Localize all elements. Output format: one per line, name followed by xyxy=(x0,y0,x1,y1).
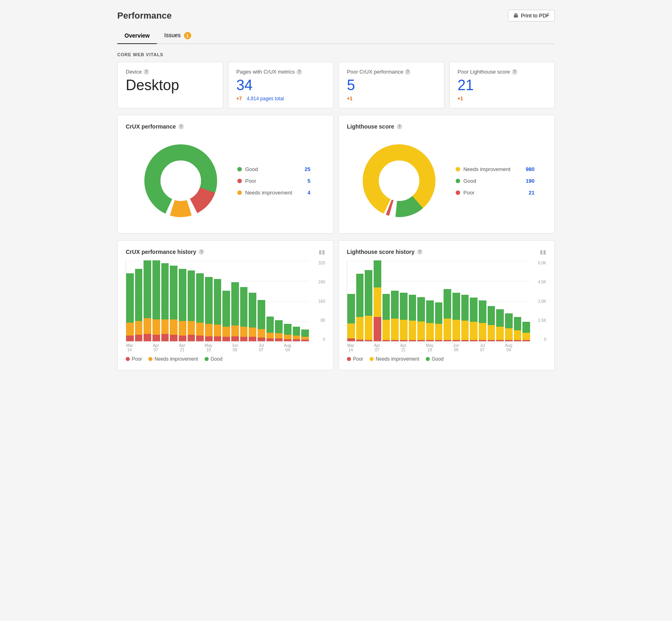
bar-group[interactable] xyxy=(161,263,169,341)
bar-segment-poor xyxy=(293,339,300,341)
print-to-pdf-button[interactable]: 🖶 Print to PDF xyxy=(508,10,555,21)
bar-group[interactable] xyxy=(505,313,513,341)
tab-overview[interactable]: Overview xyxy=(117,28,157,44)
bar-segment-needs xyxy=(470,322,478,340)
crux-history-header: CrUX performance history ? ▮▮ xyxy=(126,249,325,255)
device-help-icon[interactable]: ? xyxy=(144,69,149,75)
bar-group[interactable] xyxy=(152,260,160,341)
bar-group[interactable] xyxy=(435,302,443,341)
bar-group[interactable] xyxy=(356,274,364,341)
x-label: Jul 07 xyxy=(479,343,486,352)
bar-segment-poor xyxy=(135,335,143,341)
bar-group[interactable] xyxy=(488,306,495,341)
lighthouse-history-help-icon[interactable]: ? xyxy=(417,249,423,255)
bar-group[interactable] xyxy=(522,322,530,341)
x-label: Apr 21 xyxy=(178,343,186,352)
x-label xyxy=(143,343,151,352)
x-label xyxy=(135,343,142,352)
bar-group[interactable] xyxy=(444,289,451,341)
bar-segment-good xyxy=(135,269,143,321)
lighthouse-history-chart-icon[interactable]: ▮▮ xyxy=(540,249,546,255)
device-label: Device ? xyxy=(126,69,215,75)
bar-segment-needs xyxy=(266,333,274,338)
bar-group[interactable] xyxy=(231,282,239,341)
bar-segment-poor xyxy=(452,340,460,341)
bar-group[interactable] xyxy=(214,279,222,341)
bar-group[interactable] xyxy=(452,293,460,341)
bar-group[interactable] xyxy=(266,317,274,341)
bar-group[interactable] xyxy=(514,317,522,341)
bar-group[interactable] xyxy=(222,291,230,341)
x-label: Mar 14 xyxy=(347,343,355,352)
bar-group[interactable] xyxy=(179,269,186,341)
bar-group[interactable] xyxy=(365,270,372,341)
x-label xyxy=(301,343,309,352)
bar-group[interactable] xyxy=(196,273,204,341)
bar-group[interactable] xyxy=(170,266,178,341)
x-label xyxy=(249,343,256,352)
bar-segment-needs xyxy=(161,319,169,334)
bar-segment-poor xyxy=(231,336,239,342)
bar-group[interactable] xyxy=(188,270,195,341)
bar-group[interactable] xyxy=(426,300,434,341)
bar-group[interactable] xyxy=(461,295,469,341)
bar-group[interactable] xyxy=(258,300,265,341)
bar-group[interactable] xyxy=(135,269,143,341)
x-label xyxy=(213,343,221,352)
crux-donut-card: CrUX performance ? Good 25 xyxy=(117,115,334,234)
poor-crux-value: 5 xyxy=(347,78,436,93)
lh-y-label-4k5: 4.5K xyxy=(538,280,546,284)
lighthouse-donut-help-icon[interactable]: ? xyxy=(397,124,402,129)
bar-segment-needs xyxy=(258,329,265,338)
bar-segment-needs xyxy=(293,336,300,339)
bar-segment-good xyxy=(444,289,451,319)
bar-group[interactable] xyxy=(391,291,399,341)
bar-group[interactable] xyxy=(144,260,151,341)
crux-history-chart-icon[interactable]: ▮▮ xyxy=(319,249,325,255)
bar-group[interactable] xyxy=(249,293,256,341)
bar-segment-good xyxy=(426,300,434,323)
lighthouse-history-header: Lighthouse score history ? ▮▮ xyxy=(347,249,546,255)
bar-segment-good xyxy=(152,260,160,319)
bar-group[interactable] xyxy=(275,320,283,341)
bar-group[interactable] xyxy=(400,293,408,341)
crux-hist-legend-good: Good xyxy=(205,356,222,362)
crux-y-label-320: 320 xyxy=(318,261,325,265)
bar-group[interactable] xyxy=(293,327,300,341)
bar-group[interactable] xyxy=(240,287,248,341)
bar-segment-needs xyxy=(435,324,443,340)
poor-crux-meta: +1 xyxy=(347,96,436,101)
bar-group[interactable] xyxy=(205,277,213,341)
bar-group[interactable] xyxy=(347,294,355,341)
bar-segment-good xyxy=(505,313,513,328)
bar-segment-poor xyxy=(409,340,416,341)
bar-group[interactable] xyxy=(496,309,504,341)
bar-segment-good xyxy=(417,297,425,321)
bar-group[interactable] xyxy=(301,330,309,341)
bar-group[interactable] xyxy=(409,295,416,341)
bar-segment-needs xyxy=(426,323,434,340)
bar-group[interactable] xyxy=(479,300,486,341)
poor-crux-help-icon[interactable]: ? xyxy=(405,69,410,75)
crux-history-help-icon[interactable]: ? xyxy=(199,249,204,255)
bar-segment-good xyxy=(452,293,460,320)
bar-group[interactable] xyxy=(382,294,390,341)
bar-segment-poor xyxy=(400,340,408,341)
bar-group[interactable] xyxy=(417,297,425,341)
lh-hist-legend-good: Good xyxy=(426,356,444,362)
poor-lighthouse-help-icon[interactable]: ? xyxy=(512,69,518,75)
crux-pages-help-icon[interactable]: ? xyxy=(296,69,302,75)
bar-group[interactable] xyxy=(284,324,292,341)
x-label xyxy=(187,343,195,352)
bar-segment-needs xyxy=(170,319,178,335)
bar-group[interactable] xyxy=(126,273,134,341)
bar-segment-poor xyxy=(214,336,222,342)
crux-donut-help-icon[interactable]: ? xyxy=(178,124,184,129)
lighthouse-donut-legend: Needs improvement 980 Good 190 Poor 21 xyxy=(456,166,535,196)
bar-group[interactable] xyxy=(470,298,478,341)
lighthouse-legend-poor-dot xyxy=(456,190,460,195)
bar-segment-poor xyxy=(126,336,134,341)
bar-group[interactable] xyxy=(374,260,381,341)
bar-segment-needs xyxy=(514,330,522,340)
tab-issues[interactable]: Issues 1 xyxy=(157,28,198,44)
